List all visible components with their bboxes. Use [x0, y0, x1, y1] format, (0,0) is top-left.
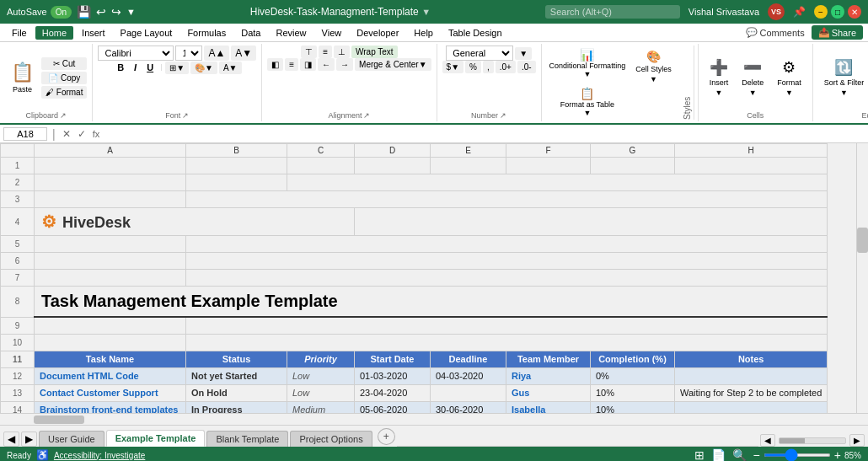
prev-sheet-button[interactable]: ◀: [3, 432, 19, 447]
cell-d4[interactable]: [355, 208, 828, 236]
cell-a9[interactable]: [35, 317, 186, 334]
cell-a1[interactable]: [35, 158, 186, 174]
menu-view[interactable]: View: [315, 26, 349, 40]
col-header-e[interactable]: E: [431, 144, 506, 158]
col-completion[interactable]: Completion (%): [591, 351, 675, 367]
cell-b7[interactable]: [186, 270, 828, 287]
cell-c1[interactable]: [287, 158, 355, 174]
wrap-text-button[interactable]: Wrap Text: [351, 46, 398, 58]
alignment-expand-icon[interactable]: ↗: [363, 111, 370, 120]
col-start-date[interactable]: Start Date: [355, 351, 431, 367]
zoom-in-button[interactable]: +: [834, 448, 841, 461]
cut-button[interactable]: ✂ Cut: [41, 57, 87, 70]
col-header-h[interactable]: H: [675, 144, 828, 158]
bold-button[interactable]: B: [113, 61, 128, 74]
font-name-select[interactable]: Calibri: [98, 46, 174, 61]
increase-decimal-button[interactable]: .0+: [496, 61, 516, 73]
cell-task-2-priority[interactable]: Low: [287, 384, 355, 401]
col-notes[interactable]: Notes: [675, 351, 828, 367]
cell-b9[interactable]: [186, 317, 828, 334]
cell-task-3-deadline[interactable]: 30-06-2020: [431, 401, 506, 413]
cell-task-3-team[interactable]: Isabella: [506, 401, 591, 413]
logo-cell[interactable]: ⚙ HiveDesk: [35, 208, 355, 236]
cell-f1[interactable]: [506, 158, 591, 174]
accounting-button[interactable]: $▼: [442, 61, 463, 73]
autosave-on[interactable]: On: [51, 6, 72, 19]
add-sheet-button[interactable]: +: [378, 428, 395, 445]
cell-e1[interactable]: [431, 158, 506, 174]
cell-d1[interactable]: [355, 158, 431, 174]
indent-inc-button[interactable]: →: [336, 58, 353, 71]
cell-b3[interactable]: [186, 191, 828, 208]
align-center-button[interactable]: ≡: [285, 58, 298, 71]
cell-g1[interactable]: [591, 158, 675, 174]
menu-page-layout[interactable]: Page Layout: [114, 26, 179, 40]
format-table-button[interactable]: 📋 Format as Table▼: [545, 84, 630, 120]
cell-task-1-status[interactable]: Not yet Started: [186, 367, 287, 384]
accessibility-status[interactable]: Accessibility: Investigate: [54, 451, 145, 460]
cell-task-2-notes[interactable]: Waiting for Step 2 to be completed: [675, 384, 828, 401]
tab-example-template[interactable]: Example Template: [106, 430, 206, 447]
comments-btn[interactable]: 💬 Comments: [746, 27, 804, 38]
col-header-a[interactable]: A: [35, 144, 186, 158]
col-header-f[interactable]: F: [506, 144, 591, 158]
grid-container[interactable]: A B C D E F G H 1: [0, 143, 856, 413]
cell-task-1-completion[interactable]: 0%: [591, 367, 675, 384]
cell-task-1-name[interactable]: Document HTML Code: [35, 367, 186, 384]
cell-a2[interactable]: [35, 174, 186, 191]
vertical-scrollbar[interactable]: [856, 143, 868, 413]
align-bottom-button[interactable]: ⊥: [334, 46, 350, 58]
cell-reference-input[interactable]: [3, 127, 47, 141]
col-header-g[interactable]: G: [591, 144, 675, 158]
menu-review[interactable]: Review: [269, 26, 313, 40]
number-expand-icon[interactable]: ↗: [500, 111, 506, 120]
increase-font-btn[interactable]: A▲: [204, 46, 229, 61]
col-header-b[interactable]: B: [186, 144, 287, 158]
autosave-toggle[interactable]: AutoSave On: [7, 6, 72, 19]
cell-a3[interactable]: [35, 191, 186, 208]
undo-icon[interactable]: ↩: [96, 5, 106, 19]
cell-task-2-team[interactable]: Gus: [506, 384, 591, 401]
menu-formulas[interactable]: Formulas: [180, 26, 233, 40]
cell-a6[interactable]: [35, 253, 186, 270]
format-cells-button[interactable]: ⚙ Format▼: [771, 54, 807, 101]
view-normal-icon[interactable]: ⊞: [694, 448, 705, 461]
zoom-level[interactable]: 85%: [844, 451, 861, 460]
align-top-button[interactable]: ⊤: [301, 46, 317, 58]
indent-dec-button[interactable]: ←: [318, 58, 335, 71]
cell-task-1-notes[interactable]: [675, 367, 828, 384]
conditional-formatting-button[interactable]: 📊 Conditional Formatting▼: [545, 46, 630, 81]
col-header-d[interactable]: D: [355, 144, 431, 158]
cell-task-2-deadline[interactable]: [431, 384, 506, 401]
search-input[interactable]: [545, 5, 680, 19]
scrollbar-thumb[interactable]: [857, 228, 868, 253]
tab-project-options[interactable]: Project Options: [290, 431, 372, 447]
redo-icon[interactable]: ↪: [111, 5, 121, 19]
cell-task-2-status[interactable]: On Hold: [186, 384, 287, 401]
spreadsheet-title-cell[interactable]: Task Management Example Template: [35, 287, 828, 318]
zoom-out-button[interactable]: −: [753, 448, 760, 461]
menu-developer[interactable]: Developer: [350, 26, 405, 40]
cancel-formula-icon[interactable]: ✕: [61, 128, 72, 140]
menu-data[interactable]: Data: [234, 26, 267, 40]
window-controls[interactable]: − □ ✕: [814, 5, 861, 19]
cell-task-1-priority[interactable]: Low: [287, 367, 355, 384]
comma-button[interactable]: ,: [483, 61, 494, 73]
fill-color-button[interactable]: 🎨▼: [190, 62, 217, 74]
next-sheet-button[interactable]: ▶: [21, 432, 37, 447]
cell-task-1-start[interactable]: 01-03-2020: [355, 367, 431, 384]
confirm-formula-icon[interactable]: ✓: [76, 128, 88, 140]
cell-task-3-name[interactable]: Brainstorm front-end templates: [35, 401, 186, 413]
underline-button[interactable]: U: [142, 61, 158, 74]
cell-task-2-completion[interactable]: 10%: [591, 384, 675, 401]
italic-button[interactable]: I: [130, 61, 141, 74]
align-left-button[interactable]: ◧: [267, 58, 283, 71]
number-expand-btn[interactable]: ▼: [515, 47, 532, 60]
minimize-button[interactable]: −: [814, 5, 828, 19]
cell-a5[interactable]: [35, 236, 186, 253]
insert-cells-button[interactable]: ➕ Insert▼: [704, 54, 735, 101]
cell-task-3-notes[interactable]: [675, 401, 828, 413]
align-middle-button[interactable]: ≡: [319, 46, 332, 58]
menu-help[interactable]: Help: [407, 26, 440, 40]
copy-button[interactable]: 📄 Copy: [41, 72, 87, 84]
